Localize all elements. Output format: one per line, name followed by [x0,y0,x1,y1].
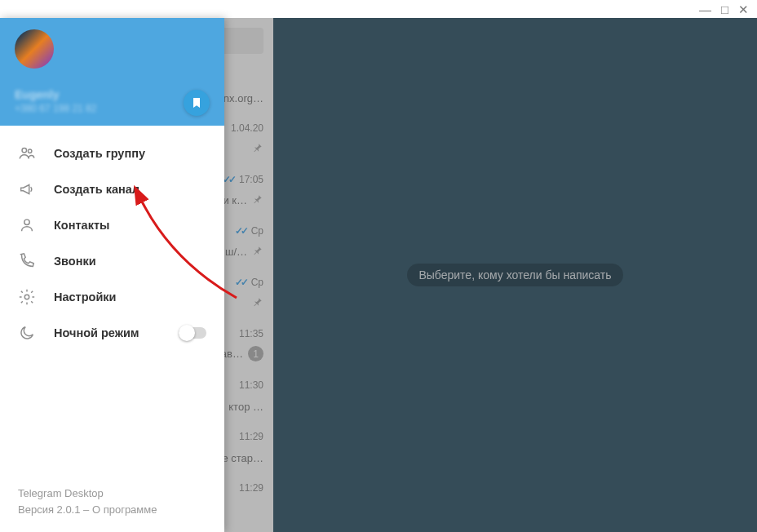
phone-icon [18,252,36,270]
group-icon [18,144,36,162]
window-maximize-button[interactable]: □ [721,3,728,16]
person-icon [18,216,36,234]
app-version[interactable]: Версия 2.0.1 – О программе [18,502,206,518]
app-name: Telegram Desktop [18,485,206,502]
menu-label: Создать канал [54,183,139,196]
titlebar: — □ ✕ [0,0,757,18]
menu-item-settings[interactable]: Настройки [0,279,224,315]
menu-label: Звонки [54,255,96,268]
window-close-button[interactable]: ✕ [738,3,749,16]
gear-icon [18,288,36,306]
menu-item-night-mode[interactable]: Ночной режим [0,315,224,351]
svg-point-0 [22,149,27,153]
moon-icon [18,324,36,342]
menu-list: Создать группу Создать канал Контакты Зв… [0,126,224,361]
drawer-header: Eugenly +380 67 198 21 82 [0,18,224,126]
saved-messages-button[interactable] [184,90,210,116]
menu-label: Ночной режим [54,326,139,339]
menu-item-contacts[interactable]: Контакты [0,207,224,243]
menu-item-new-channel[interactable]: Создать канал [0,171,224,207]
night-mode-toggle[interactable] [179,327,206,339]
menu-label: Контакты [54,219,109,232]
menu-item-calls[interactable]: Звонки [0,243,224,279]
bookmark-icon [190,96,203,109]
svg-point-1 [28,149,31,153]
menu-label: Настройки [54,290,117,304]
profile-phone: +380 67 198 21 82 [15,103,96,114]
menu-label: Создать группу [54,147,145,160]
drawer-menu: Eugenly +380 67 198 21 82 Создать группу… [0,18,224,532]
svg-point-2 [24,219,29,224]
app-window: — □ ✕ nx.org… 1.04.20 ✓✓17:05 и к… ✓✓Ср [0,0,757,532]
avatar[interactable] [15,29,54,69]
profile-name: Eugenly [15,88,96,101]
megaphone-icon [18,180,36,198]
svg-point-3 [24,295,29,299]
drawer-footer: Telegram Desktop Версия 2.0.1 – О програ… [0,474,224,532]
window-minimize-button[interactable]: — [699,3,711,16]
menu-item-new-group[interactable]: Создать группу [0,135,224,171]
